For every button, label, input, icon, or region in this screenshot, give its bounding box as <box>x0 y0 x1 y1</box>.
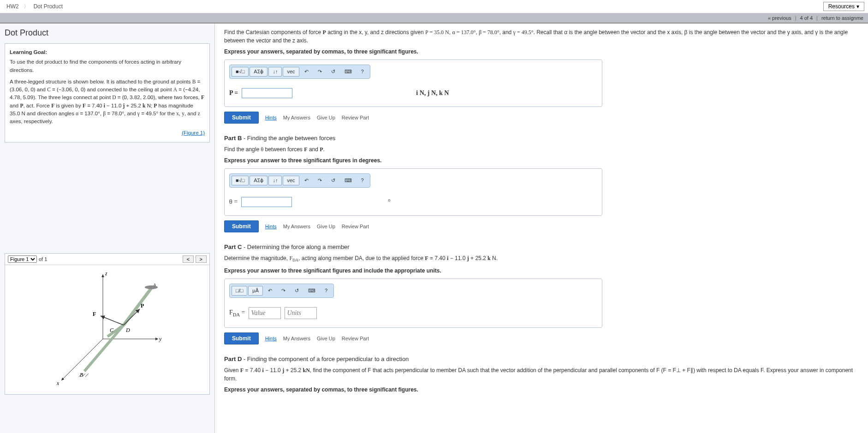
svg-text:x: x <box>56 380 59 386</box>
part-b-units: ° <box>388 198 391 206</box>
resources-label: Resources <box>828 3 855 10</box>
svg-point-20 <box>145 285 158 289</box>
chevron-down-icon: ▾ <box>856 3 859 10</box>
submit-button[interactable]: Submit <box>224 332 259 344</box>
figure-prev-button[interactable]: < <box>183 255 194 263</box>
figure-body: z y x F P A B <box>5 265 209 394</box>
greek-button[interactable]: ΑΣϕ <box>250 176 268 185</box>
submit-button[interactable]: Submit <box>224 112 259 124</box>
review-link[interactable]: Review Part <box>342 224 369 229</box>
units-menu-button[interactable]: μÅ <box>248 286 263 296</box>
submit-button[interactable]: Submit <box>224 220 259 232</box>
prev-link[interactable]: « previous <box>768 15 791 21</box>
left-panel: Dot Product Learning Goal: To use the do… <box>0 24 215 433</box>
review-link[interactable]: Review Part <box>342 336 369 341</box>
part-d-instr: Express your answers, separated by comma… <box>224 386 859 393</box>
learning-goal-box: Learning Goal: To use the dot product to… <box>5 43 210 142</box>
figure-header: Figure 1 of 1 < > <box>5 254 209 265</box>
part-c-instr: Express your answer to three significant… <box>224 267 859 274</box>
redo-button[interactable]: ↷ <box>314 176 326 185</box>
scripts-button[interactable]: ↓↑ <box>268 176 282 185</box>
figure-next-button[interactable]: > <box>196 255 207 263</box>
hints-link[interactable]: Hints <box>265 336 277 341</box>
part-b-answer-box: ■√□ ΑΣϕ ↓↑ vec ↶ ↷ ↺ ⌨ ? θ = ° <box>224 168 602 216</box>
keyboard-button[interactable]: ⌨ <box>340 176 356 185</box>
greek-button[interactable]: ΑΣϕ <box>250 67 268 77</box>
my-answers-link[interactable]: My Answers <box>283 336 310 341</box>
svg-line-9 <box>101 316 124 325</box>
give-up-link[interactable]: Give Up <box>317 336 335 341</box>
hints-link[interactable]: Hints <box>265 115 277 120</box>
svg-text:B: B <box>80 372 83 378</box>
part-b-header: Part B - Finding the angle between force… <box>224 135 859 142</box>
vec-button[interactable]: vec <box>283 67 299 77</box>
templates-button[interactable]: ■√□ <box>232 67 249 77</box>
part-c-prompt: Determine the magnitude, FDA, acting alo… <box>224 254 859 264</box>
part-a-input[interactable] <box>242 88 292 98</box>
reset-button[interactable]: ↺ <box>327 176 339 185</box>
my-answers-link[interactable]: My Answers <box>283 224 310 229</box>
nav-bar: « previous | 4 of 4 | return to assignme <box>0 13 868 24</box>
part-a-answer-box: ■√□ ΑΣϕ ↓↑ vec ↶ ↷ ↺ ⌨ ? P = i N, j N, k… <box>224 59 602 107</box>
part-a-instr: Express your answers, separated by comma… <box>224 48 859 55</box>
part-b-prompt: Find the angle θ between forces F and P. <box>224 145 859 154</box>
my-answers-link[interactable]: My Answers <box>283 115 310 120</box>
reset-button[interactable]: ↺ <box>291 286 303 296</box>
part-b: Part B - Finding the angle between force… <box>224 135 859 232</box>
hints-link[interactable]: Hints <box>265 224 277 229</box>
breadcrumb-hw[interactable]: HW2 <box>4 2 22 11</box>
give-up-link[interactable]: Give Up <box>317 115 335 120</box>
right-panel: Find the Cartesian components of force P… <box>215 24 868 433</box>
part-c: Part C - Determining the force along a m… <box>224 243 859 344</box>
return-link[interactable]: return to assignme <box>821 15 863 21</box>
templates-button[interactable]: ■√□ <box>232 176 249 185</box>
part-c-toolbar: □/□ μÅ ↶ ↷ ↺ ⌨ ? <box>229 284 334 298</box>
reset-button[interactable]: ↺ <box>327 67 339 77</box>
part-d: Part D - Finding the component of a forc… <box>224 356 859 393</box>
redo-button[interactable]: ↷ <box>314 67 326 77</box>
page-title: Dot Product <box>5 28 210 38</box>
scripts-button[interactable]: ↓↑ <box>268 67 282 77</box>
svg-text:z: z <box>105 270 107 277</box>
part-a-actions: Submit Hints My Answers Give Up Review P… <box>224 112 859 124</box>
figure-link[interactable]: (Figure 1) <box>10 129 205 137</box>
redo-button[interactable]: ↷ <box>277 286 290 296</box>
part-b-toolbar: ■√□ ΑΣϕ ↓↑ vec ↶ ↷ ↺ ⌨ ? <box>229 173 370 188</box>
keyboard-button[interactable]: ⌨ <box>340 67 356 77</box>
part-c-lhs: FDA = <box>229 309 245 317</box>
figure-panel: Figure 1 of 1 < > z y <box>5 253 210 395</box>
nav-sep: | <box>795 15 797 21</box>
keyboard-button[interactable]: ⌨ <box>304 286 320 296</box>
part-c-answer-row: FDA = <box>229 307 597 319</box>
breadcrumb-sep-icon: 〉 <box>24 3 29 11</box>
svg-text:D: D <box>125 327 130 333</box>
part-c-header: Part C - Determining the force along a m… <box>224 243 859 250</box>
part-b-actions: Submit Hints My Answers Give Up Review P… <box>224 220 859 232</box>
position-label: 4 of 4 <box>800 15 813 21</box>
learning-goal-heading: Learning Goal: <box>10 48 205 56</box>
undo-button[interactable]: ↶ <box>264 286 276 296</box>
review-link[interactable]: Review Part <box>342 115 369 120</box>
learning-goal-text: To use the dot product to find the compo… <box>10 58 205 74</box>
part-c-actions: Submit Hints My Answers Give Up Review P… <box>224 332 859 344</box>
part-c-value-input[interactable] <box>249 307 281 319</box>
resources-button[interactable]: Resources ▾ <box>823 2 864 11</box>
help-button[interactable]: ? <box>321 286 332 296</box>
help-button[interactable]: ? <box>357 67 368 77</box>
figure-of-label: of 1 <box>39 256 47 262</box>
nav-sep-2: | <box>816 15 818 21</box>
svg-text:y: y <box>159 336 162 342</box>
part-a-answer-row: P = i N, j N, k N <box>229 88 597 98</box>
give-up-link[interactable]: Give Up <box>317 224 335 229</box>
figure-select[interactable]: Figure 1 <box>8 255 37 263</box>
undo-button[interactable]: ↶ <box>300 67 313 77</box>
part-b-input[interactable] <box>241 197 292 207</box>
vec-button[interactable]: vec <box>283 176 299 185</box>
undo-button[interactable]: ↶ <box>300 176 313 185</box>
part-a-prompt: Find the Cartesian components of force P… <box>224 28 859 45</box>
frac-button[interactable]: □/□ <box>232 286 247 296</box>
part-d-header: Part D - Finding the component of a forc… <box>224 356 859 362</box>
svg-line-19 <box>85 374 89 377</box>
part-c-units-input[interactable] <box>285 307 317 319</box>
help-button[interactable]: ? <box>357 176 368 185</box>
